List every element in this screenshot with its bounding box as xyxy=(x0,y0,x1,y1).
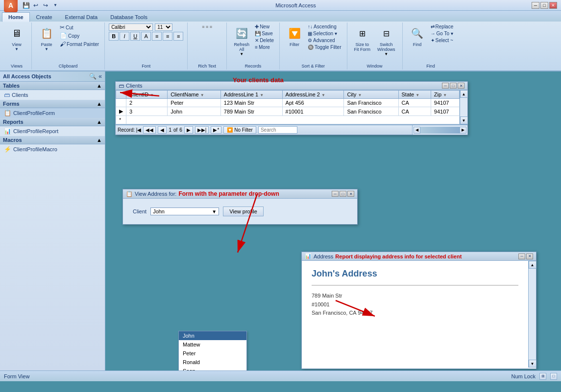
restore-btn[interactable]: □ xyxy=(540,2,548,9)
delete-button[interactable]: ✕ Delete xyxy=(253,37,275,44)
italic-button[interactable]: I xyxy=(120,32,129,41)
report-scroll-down[interactable]: ▼ xyxy=(529,360,537,368)
goto-button[interactable]: → Go To ▾ xyxy=(429,30,455,37)
view-profile-button[interactable]: View profile xyxy=(223,207,264,216)
save-quick-btn[interactable]: 💾 xyxy=(22,1,30,10)
table-scrollbar[interactable]: ▲ ▼ xyxy=(460,90,467,124)
font-color-button[interactable]: A xyxy=(141,32,151,41)
view-label: View xyxy=(12,42,21,47)
col-city[interactable]: City ▼ xyxy=(344,91,398,99)
refresh-button[interactable]: 🔄 RefreshAll ▼ xyxy=(231,23,252,58)
more-button[interactable]: ≡ More xyxy=(253,44,275,50)
dropdown-item-peter[interactable]: Peter xyxy=(179,349,246,358)
nav-item-clientprofileform[interactable]: 📋 ClientProfileForm xyxy=(0,108,105,118)
record-first-btn[interactable]: ◀◀ xyxy=(143,126,156,134)
col-clientname[interactable]: ClientName ▼ xyxy=(168,91,221,99)
form-close-btn[interactable]: ✕ xyxy=(347,191,354,197)
minimize-btn[interactable]: ─ xyxy=(532,2,539,9)
col-zip[interactable]: Zip ▼ xyxy=(431,91,459,99)
scroll-left-btn[interactable]: ◀ xyxy=(414,127,420,134)
undo-btn[interactable]: ↩ xyxy=(31,1,40,10)
reports-section-header[interactable]: Reports ▲ xyxy=(0,118,105,126)
dropdown-item-john[interactable]: John xyxy=(179,331,246,340)
tab-home[interactable]: Home xyxy=(2,12,30,22)
nav-item-clients[interactable]: 🗃 Clients xyxy=(0,90,105,100)
nav-item-clientprofilereport[interactable]: 📊 ClientProfileReport xyxy=(0,126,105,136)
find-button[interactable]: 🔍 Find xyxy=(407,23,428,49)
dropdown-quick-btn[interactable]: ▼ xyxy=(51,1,60,10)
report-window-icon: 📊 xyxy=(305,253,312,259)
no-filter-btn[interactable]: 🔽 No Filter xyxy=(223,126,256,134)
underline-button[interactable]: U xyxy=(130,32,140,41)
tab-external[interactable]: External Data xyxy=(59,12,104,22)
col-clientid[interactable]: ClientID ▼ xyxy=(126,91,168,99)
report-minimize-btn[interactable]: ─ xyxy=(518,254,525,259)
tab-database[interactable]: Database Tools xyxy=(104,12,154,22)
scroll-up-btn[interactable]: ▲ xyxy=(460,90,468,98)
form-minimize-btn[interactable]: ─ xyxy=(332,191,339,197)
find-group-label: Find xyxy=(426,63,435,69)
select-button[interactable]: ✦ Select ~ xyxy=(429,37,455,44)
h-scroll-thumb[interactable] xyxy=(420,127,460,134)
nav-item-clientprofilemacro[interactable]: ⚡ ClientProfileMacro xyxy=(0,144,105,154)
form-restore-btn[interactable]: □ xyxy=(340,191,346,197)
forms-section-header[interactable]: Forms ▲ xyxy=(0,100,105,108)
selection-button[interactable]: ▦ Selection ▾ xyxy=(306,30,342,37)
dropdown-item-ronald[interactable]: Ronald xyxy=(179,358,246,367)
filter-button[interactable]: 🔽 Filter xyxy=(284,23,305,49)
clients-close-btn[interactable]: ✕ xyxy=(458,83,464,89)
close-btn[interactable]: ✕ xyxy=(549,2,557,9)
client-dropdown[interactable]: John ▼ xyxy=(150,208,219,215)
replace-button[interactable]: ⇄ Replace xyxy=(429,23,455,30)
record-prev-btn[interactable]: ◀ xyxy=(158,126,167,134)
switch-windows-button[interactable]: ⊟ SwitchWindows ▼ xyxy=(374,23,398,58)
macros-section-header[interactable]: Macros ▲ xyxy=(0,136,105,144)
dropdown-item-sean[interactable]: Sean xyxy=(179,367,246,370)
clients-minimize-btn[interactable]: ─ xyxy=(442,83,449,89)
report-close-btn[interactable]: ✕ xyxy=(526,254,533,259)
new-button[interactable]: ✚ New xyxy=(253,23,275,30)
table-row[interactable]: 2 Peter 123 Main Str Apt 456 San Francis… xyxy=(116,99,460,107)
tab-create[interactable]: Create xyxy=(30,12,59,22)
scroll-right-btn[interactable]: ▶ xyxy=(460,127,466,134)
save-record-button[interactable]: 💾 Save xyxy=(253,30,275,37)
col-addressline2[interactable]: AddressLine 2 ▼ xyxy=(282,91,344,99)
ascending-button[interactable]: ↑↓ Ascending xyxy=(306,23,342,30)
tables-section-header[interactable]: Tables ▲ xyxy=(0,82,105,90)
col-state[interactable]: State ▼ xyxy=(398,91,431,99)
format-painter-button[interactable]: 🖌 Format Painter xyxy=(58,40,100,48)
nav-search-btn[interactable]: 🔍 xyxy=(89,73,97,80)
nav-collapse-btn[interactable]: « xyxy=(98,73,102,80)
align-center-button[interactable]: ≡ xyxy=(163,32,172,41)
clients-restore-btn[interactable]: □ xyxy=(450,83,457,89)
report-scroll-up[interactable]: ▲ xyxy=(529,261,537,269)
copy-button[interactable]: 📄 Copy xyxy=(58,32,100,40)
clientprofilemacro-label: ClientProfileMacro xyxy=(13,146,57,152)
redo-btn[interactable]: ↪ xyxy=(41,1,50,10)
paste-button[interactable]: 📋 Paste ▼ xyxy=(36,23,57,53)
switch-icon: ⊟ xyxy=(378,25,394,41)
advanced-button[interactable]: ⚙ Advanced xyxy=(306,37,342,44)
size-fit-button[interactable]: ⊞ Size toFit Form xyxy=(351,23,374,54)
record-new-btn[interactable]: ▶* xyxy=(211,126,221,134)
cut-button[interactable]: ✂ Cut xyxy=(58,23,100,31)
record-label: Record: |◀ xyxy=(118,127,141,133)
scroll-down-btn[interactable]: ▼ xyxy=(460,116,468,124)
align-left-button[interactable]: ≡ xyxy=(152,32,162,41)
col-addressline1[interactable]: AddressLine 1 ▼ xyxy=(220,91,282,99)
toggle-filter-button[interactable]: 🔘 Toggle Filter xyxy=(306,44,342,50)
report-addr2: #10001 xyxy=(312,301,330,307)
report-body: John's Address 789 Main Str #10001 San F… xyxy=(302,261,536,368)
record-next-btn[interactable]: ▶ xyxy=(184,126,193,134)
view-button[interactable]: 🖥 View ▼ xyxy=(6,23,27,53)
font-size-select[interactable]: 11 xyxy=(155,23,172,31)
font-family-select[interactable]: Calibri xyxy=(109,23,153,31)
record-last-btn[interactable]: ▶▶| xyxy=(195,126,209,134)
report-scrollbar[interactable]: ▲ ▼ xyxy=(528,261,536,368)
table-row-empty[interactable]: * xyxy=(116,116,460,124)
dropdown-item-mattew[interactable]: Mattew xyxy=(179,340,246,349)
table-search-input[interactable] xyxy=(258,126,297,134)
bold-button[interactable]: B xyxy=(109,32,119,41)
table-row[interactable]: ▶ 3 John 789 Main Str #10001 San Francis… xyxy=(116,107,460,116)
align-right-button[interactable]: ≡ xyxy=(173,32,183,41)
